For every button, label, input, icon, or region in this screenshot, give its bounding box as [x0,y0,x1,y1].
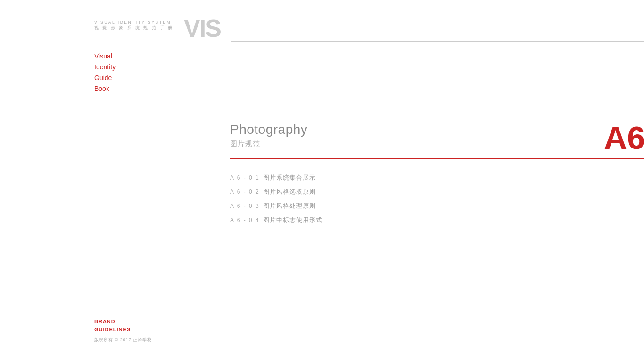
nav-link-book[interactable]: Book [94,83,116,94]
toc-code-4: A 6 - 0 4 [230,217,263,223]
footer-brand-line2: GUIDELINES [94,326,152,334]
section-header: Photography 图片规范 A6 [230,122,644,154]
nav-link-identity[interactable]: Identity [94,62,116,73]
toc-code-2: A 6 - 0 2 [230,189,263,195]
section-title-cn: 图片规范 [230,140,307,148]
vis-title-en: VISUAL IDENTITY SYSTEM [94,20,173,25]
header-divider [94,40,177,40]
toc-title-1: 图片系统集合展示 [263,173,316,182]
section-divider [230,158,644,159]
footer-brand: BRAND GUIDELINES [94,318,152,334]
header-left: VISUAL IDENTITY SYSTEM 视 觉 形 象 系 统 规 范 手… [94,20,173,31]
vis-logo: VIS [184,14,221,42]
toc-item-3: A 6 - 0 3 图片风格处理原则 [230,202,644,210]
toc-title-2: 图片风格选取原则 [263,188,316,196]
header-line [231,41,644,42]
footer-brand-line1: BRAND [94,318,152,326]
section-number: A6 [604,122,644,154]
nav-link-guide[interactable]: Guide [94,73,116,83]
toc-item-1: A 6 - 0 1 图片系统集合展示 [230,173,644,182]
toc-code-3: A 6 - 0 3 [230,203,263,209]
nav-links: Visual Identity Guide Book [94,51,116,94]
toc-item-2: A 6 - 0 2 图片风格选取原则 [230,188,644,196]
footer-copyright: 版权所有 © 2017 正泽学校 [94,337,152,343]
section-title-en: Photography [230,122,307,138]
toc-code-1: A 6 - 0 1 [230,174,263,181]
main-content: Photography 图片规范 A6 A 6 - 0 1 图片系统集合展示 A… [230,122,644,230]
toc-title-4: 图片中标志使用形式 [263,216,322,224]
footer: BRAND GUIDELINES 版权所有 © 2017 正泽学校 [94,318,152,343]
toc-item-4: A 6 - 0 4 图片中标志使用形式 [230,216,644,224]
vis-title-cn: 视 觉 形 象 系 统 规 范 手 册 [94,25,173,31]
section-titles: Photography 图片规范 [230,122,307,148]
table-of-contents: A 6 - 0 1 图片系统集合展示 A 6 - 0 2 图片风格选取原则 A … [230,173,644,224]
toc-title-3: 图片风格处理原则 [263,202,316,210]
nav-link-visual[interactable]: Visual [94,51,116,62]
